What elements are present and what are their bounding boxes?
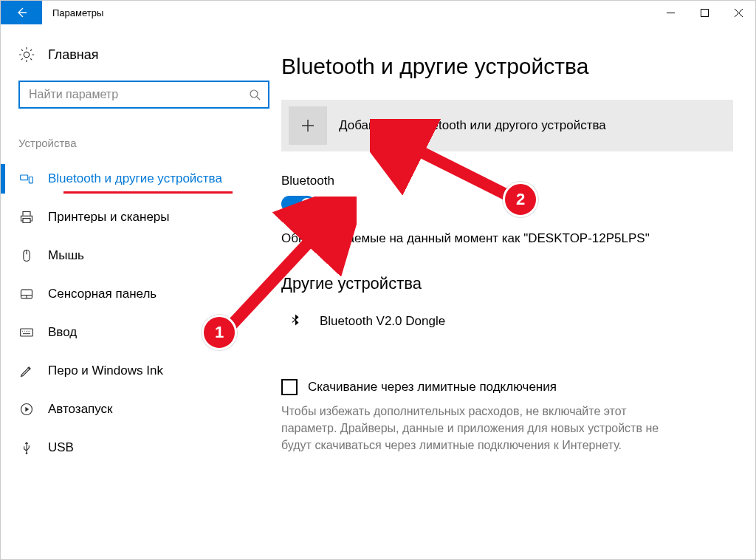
sidebar-item-label: Bluetooth и другие устройства [48, 171, 222, 186]
maximize-button[interactable] [687, 1, 721, 24]
annotation-badge-1: 1 [202, 315, 237, 350]
sidebar-section-title: Устройства [18, 137, 281, 149]
sidebar-item-label: Автозапуск [48, 402, 113, 417]
sidebar-item-label: Ввод [48, 325, 77, 340]
sidebar-item-autoplay[interactable]: Автозапуск [18, 390, 281, 428]
sidebar-item-bluetooth[interactable]: Bluetooth и другие устройства [18, 160, 281, 198]
sidebar-item-label: Мышь [48, 248, 84, 263]
window-controls [653, 1, 755, 24]
pen-icon [18, 363, 35, 379]
annotation-underline [63, 191, 233, 194]
back-arrow-icon [16, 7, 27, 18]
close-icon [735, 9, 743, 17]
maximize-icon [701, 9, 709, 17]
sidebar-item-label: Сенсорная панель [48, 287, 157, 301]
svg-point-1 [250, 90, 258, 98]
metered-hint: Чтобы избежать дополнительных расходов, … [281, 403, 673, 454]
touchpad-icon [18, 286, 35, 302]
body: Главная Устройства Bluetooth и другие ус… [1, 24, 755, 559]
plus-icon [289, 106, 327, 145]
svg-rect-3 [29, 177, 32, 183]
printer-icon [18, 209, 35, 225]
titlebar: Параметры [1, 1, 755, 24]
keyboard-icon [18, 324, 35, 341]
svg-line-12 [227, 219, 331, 329]
svg-line-13 [392, 137, 510, 197]
svg-rect-2 [21, 175, 28, 180]
svg-point-11 [26, 452, 28, 454]
metered-checkbox-label: Скачивание через лимитные подключения [308, 380, 557, 395]
page-title: Bluetooth и другие устройства [281, 54, 733, 79]
sidebar-item-label: Принтеры и сканеры [48, 210, 170, 225]
home-label: Главная [48, 47, 99, 63]
sidebar-item-usb[interactable]: USB [18, 428, 281, 467]
mouse-icon [18, 247, 35, 264]
sidebar-item-pen[interactable]: Перо и Windows Ink [18, 352, 281, 390]
search-input[interactable] [27, 87, 249, 102]
settings-window: Параметры Главная [0, 0, 756, 560]
sidebar-item-label: USB [48, 440, 74, 455]
back-button[interactable] [1, 1, 42, 24]
sidebar-item-label: Перо и Windows Ink [48, 363, 163, 378]
search-box[interactable] [18, 81, 269, 109]
home-link[interactable]: Главная [18, 47, 281, 63]
bluetooth-devices-icon [18, 171, 35, 187]
svg-rect-0 [701, 9, 708, 16]
autoplay-icon [18, 401, 35, 417]
minimize-icon [667, 9, 675, 17]
minimize-button[interactable] [653, 1, 687, 24]
search-icon [249, 89, 261, 100]
close-button[interactable] [721, 1, 755, 24]
metered-checkbox[interactable] [281, 379, 298, 395]
usb-icon [18, 440, 35, 456]
svg-rect-9 [21, 329, 33, 336]
annotation-badge-2: 2 [503, 182, 538, 217]
metered-checkbox-row[interactable]: Скачивание через лимитные подключения [281, 379, 733, 395]
gear-icon [18, 47, 35, 63]
window-title: Параметры [42, 7, 103, 18]
